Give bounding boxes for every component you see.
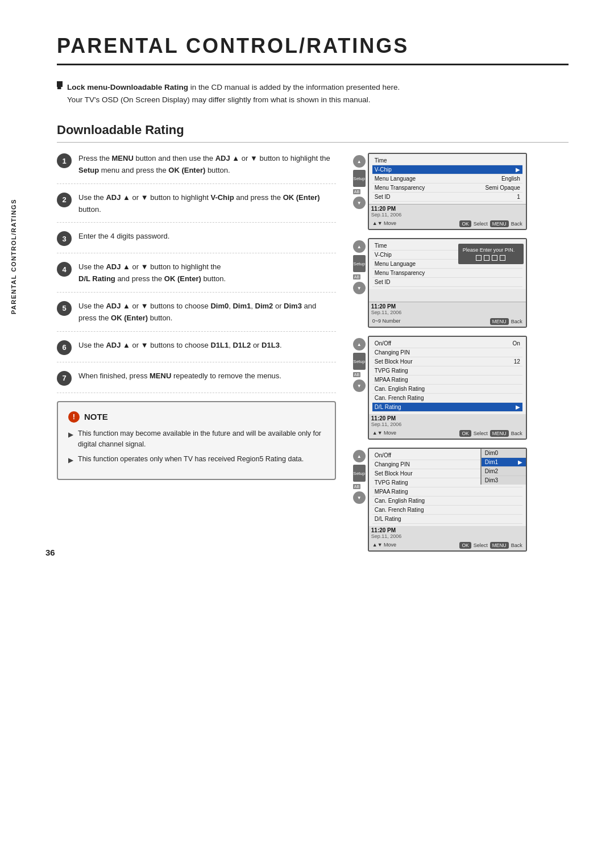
step-4: 4 Use the ADJ ▲ or ▼ button to highlight… bbox=[57, 261, 336, 293]
menu-row-canfrench-3: Can. French Rating bbox=[372, 394, 522, 403]
tv-time-2: 11:20 PM bbox=[371, 303, 524, 310]
footer-btns-1: OK Select MENU Back bbox=[459, 220, 522, 227]
step-1-text: Press the MENU button and then use the A… bbox=[78, 153, 336, 177]
submenu-panel: Dim0 Dim1▶ Dim2 Dim3 bbox=[480, 449, 526, 485]
ab-btns-3: AB bbox=[353, 372, 366, 377]
submenu-dim3: Dim3 bbox=[482, 476, 526, 485]
step-6: 6 Use the ADJ ▲ or ▼ buttons to choose D… bbox=[57, 340, 336, 362]
note-text-1: This function may become available in th… bbox=[78, 428, 325, 450]
tv-date-1: Sep.11, 2006 bbox=[371, 212, 524, 218]
step-5-number: 5 bbox=[57, 301, 72, 316]
setup-icon-1: Setup bbox=[353, 170, 366, 187]
tv-date-3: Sep.11, 2006 bbox=[371, 422, 524, 427]
menu-row-transparency-2: Menu Transparency bbox=[372, 269, 522, 278]
up-btn-2: ▲ bbox=[353, 240, 366, 253]
right-column: ▲ Setup AB ▼ Time V-Chip▶ bbox=[353, 153, 569, 552]
menu-row-mpaa-4: MPAA Rating bbox=[372, 487, 522, 496]
setup-icon-4: Setup bbox=[353, 465, 366, 482]
down-btn-3: ▼ bbox=[353, 379, 366, 392]
menu-row-vchip-1: V-Chip▶ bbox=[372, 165, 522, 174]
submenu-dim2: Dim2 bbox=[482, 467, 526, 476]
ab-btn-2: AB bbox=[353, 274, 360, 279]
menu-btn-1: MENU bbox=[490, 220, 509, 227]
up-btn-3: ▲ bbox=[353, 338, 366, 350]
note-item-1: ▶ This function may become available in … bbox=[68, 428, 325, 450]
footer-btns-4: OK Select MENU Back bbox=[459, 542, 522, 549]
tv-left-panel-2: ▲ Setup AB ▼ bbox=[353, 238, 366, 294]
footer-move-3: ▲▼ Move bbox=[372, 430, 396, 437]
footer-number-2: 0~9 Number bbox=[372, 318, 401, 325]
step-4-number: 4 bbox=[57, 262, 72, 277]
ab-btns-4: AB bbox=[353, 484, 366, 489]
arrow-icon-2: ▶ bbox=[68, 455, 73, 466]
step-1: 1 Press the MENU button and then use the… bbox=[57, 153, 336, 184]
step-1-number: 1 bbox=[57, 153, 72, 168]
up-btn-4: ▲ bbox=[353, 450, 366, 462]
tv-screen-3-body: On/OffOn Changing PIN Set Block Hour12 T… bbox=[369, 337, 526, 414]
menu-btn-3: MENU bbox=[490, 430, 509, 437]
bullet-icon: ■ bbox=[57, 81, 63, 87]
tv-wrapper-1: ▲ Setup AB ▼ Time V-Chip▶ bbox=[353, 153, 569, 230]
tv-left-panel-4: ▲ Setup AB ▼ bbox=[353, 448, 366, 504]
step-3-number: 3 bbox=[57, 231, 72, 246]
menu-row-canfrench-4: Can. French Rating bbox=[372, 506, 522, 515]
step-7: 7 When finished, press MENU repeatedly t… bbox=[57, 370, 336, 393]
note-label: NOTE bbox=[84, 412, 108, 422]
tv-screen-4: On/OffD/L Rating (1/1) Changing PIN Set … bbox=[368, 448, 527, 552]
footer-btns-3: OK Select MENU Back bbox=[459, 430, 522, 437]
up-btn-1: ▲ bbox=[353, 155, 366, 168]
ok-btn-1: OK bbox=[459, 220, 471, 227]
ab-btn-4: AB bbox=[353, 484, 360, 489]
page-container: PARENTAL CONTROL/RATINGS PARENTAL CONTRO… bbox=[0, 0, 614, 586]
note-box: ! NOTE ▶ This function may become availa… bbox=[57, 401, 336, 480]
footer-move-1: ▲▼ Move bbox=[372, 220, 396, 227]
page-title: PARENTAL CONTROL/RATINGS bbox=[57, 34, 569, 65]
down-btn-2: ▼ bbox=[353, 282, 366, 294]
tv-left-panel-3: ▲ Setup AB ▼ bbox=[353, 336, 366, 392]
footer-move-4: ▲▼ Move bbox=[372, 542, 396, 549]
pin-dot-3 bbox=[492, 255, 497, 261]
pin-dot-2 bbox=[484, 255, 489, 261]
menu-row-tvpg-3: TVPG Rating bbox=[372, 366, 522, 375]
section-title: Downloadable Rating bbox=[57, 123, 569, 143]
step-2-number: 2 bbox=[57, 193, 72, 207]
tv-screen-3: On/OffOn Changing PIN Set Block Hour12 T… bbox=[368, 336, 527, 440]
main-content: 1 Press the MENU button and then use the… bbox=[57, 153, 569, 552]
tv-wrapper-2: ▲ Setup AB ▼ Time V-Chip bbox=[353, 238, 569, 328]
note-item-2: ▶ This function operates only when TV ha… bbox=[68, 454, 325, 466]
menu-row-time-1: Time bbox=[372, 156, 522, 165]
tv-date-4: Sep.11, 2006 bbox=[371, 533, 524, 539]
tv-footer-2: 0~9 Number MENU Back bbox=[369, 316, 526, 327]
step-2: 2 Use the ADJ ▲ or ▼ button to highlight… bbox=[57, 192, 336, 223]
step-5-text: Use the ADJ ▲ or ▼ buttons to choose Dim… bbox=[78, 301, 336, 324]
step-6-number: 6 bbox=[57, 340, 72, 355]
submenu-dim1: Dim1▶ bbox=[482, 458, 526, 467]
footer-btns-2: MENU Back bbox=[490, 318, 522, 325]
tv-screen-1-body: Time V-Chip▶ Menu LanguageEnglish Menu T… bbox=[369, 154, 526, 204]
pin-dot-4 bbox=[500, 255, 505, 261]
note-title: ! NOTE bbox=[68, 411, 325, 423]
step-6-text: Use the ADJ ▲ or ▼ buttons to choose D1L… bbox=[78, 340, 282, 352]
tv-screen-2: Time V-Chip Menu Language Menu Transpare… bbox=[368, 238, 527, 328]
menu-row-mpaa-3: MPAA Rating bbox=[372, 375, 522, 385]
ab-btns-1: AB bbox=[353, 189, 366, 194]
tv-footer-1: ▲▼ Move OK Select MENU Back bbox=[369, 219, 526, 229]
menu-row-canenglish-4: Can. English Rating bbox=[372, 496, 522, 506]
left-column: 1 Press the MENU button and then use the… bbox=[57, 153, 336, 552]
menu-btn-4: MENU bbox=[490, 542, 509, 549]
pin-popup: Please Enter your PIN. bbox=[458, 244, 524, 264]
tv-wrapper-3: ▲ Setup AB ▼ On/OffOn Changing PIN bbox=[353, 336, 569, 440]
setup-icon-3: Setup bbox=[353, 353, 366, 370]
setup-icon-2: Setup bbox=[353, 255, 366, 272]
menu-row-transparency-1: Menu TransparencySemi Opaque bbox=[372, 183, 522, 193]
menu-btn-2: MENU bbox=[490, 318, 509, 325]
arrow-icon-1: ▶ bbox=[68, 429, 73, 440]
ab-btn-1: AB bbox=[353, 189, 360, 194]
tv-footer-3: ▲▼ Move OK Select MENU Back bbox=[369, 428, 526, 439]
menu-row-setid-1: Set ID1 bbox=[372, 193, 522, 202]
side-label: PARENTAL CONTROL/RATINGS bbox=[10, 199, 17, 314]
page-number: 36 bbox=[45, 548, 55, 557]
step-5: 5 Use the ADJ ▲ or ▼ buttons to choose D… bbox=[57, 301, 336, 332]
top-note: ■ Lock menu-Downloadable Rating in the C… bbox=[57, 81, 569, 106]
ok-btn-4: OK bbox=[459, 542, 471, 549]
